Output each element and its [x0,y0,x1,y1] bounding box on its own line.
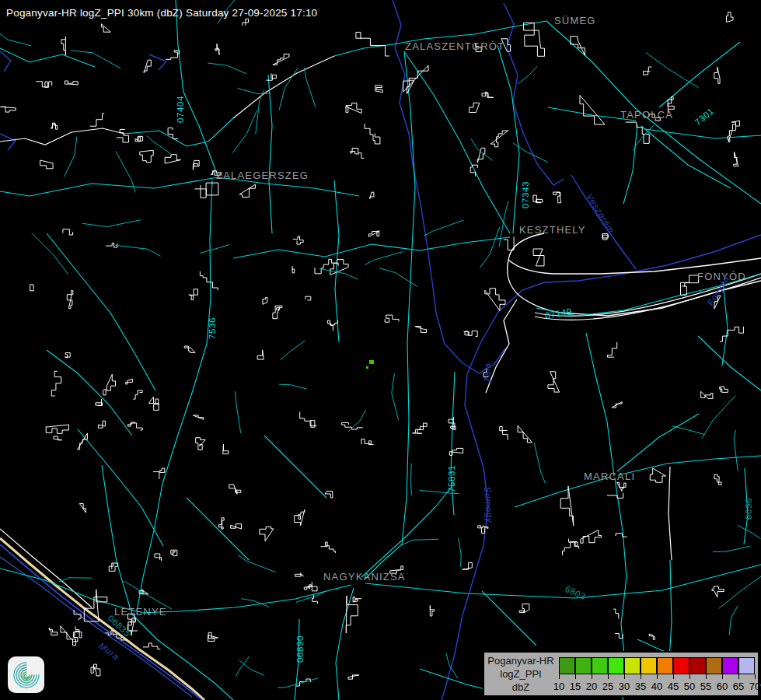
village-outline [714,67,720,83]
village-outline [273,306,282,319]
village-outline [243,19,249,26]
village-outline [30,285,35,291]
minor-road [702,396,735,439]
village-outline [117,129,129,142]
minor-road [738,525,761,538]
village-outline [143,643,161,649]
legend-station-name: Poganyvar-HR [484,654,557,667]
minor-road [518,66,537,84]
village-outline [195,183,218,198]
village-outline [218,518,224,529]
village-outline [727,12,734,22]
village-outline [308,582,317,590]
legend-tick [575,674,576,679]
village-outline [54,436,62,440]
weather-service-logo [8,656,44,693]
village-outline [40,160,54,169]
village-outline [200,271,218,291]
legend-color-cell [641,657,657,674]
radar-echo [369,360,374,364]
water-name-label: Zala [483,362,492,383]
village-outline [650,468,665,482]
village-outline [155,554,162,561]
legend-tick [689,674,690,679]
road-number-label: 6803 [564,584,587,601]
village-outline [365,124,380,144]
minor-road [734,430,738,471]
village-outline [305,296,311,300]
village-outline [109,563,117,571]
village-outline [728,124,736,142]
legend-color-cell [592,657,608,674]
minor-road [459,538,462,567]
village-outline [449,417,456,430]
road-number-label: 07149 [544,306,573,320]
legend-color-cell [706,657,722,674]
village-outline [63,229,73,235]
minor-road [719,576,761,608]
city-label: TAPOLCA [620,109,673,121]
legend-tick [738,674,739,679]
minor-road [672,426,704,435]
village-outline [193,415,203,419]
village-outline [351,149,365,159]
village-outline [168,128,178,138]
village-outline [295,572,304,576]
village-outline [470,103,480,112]
village-outline [292,266,295,273]
village-outline [51,123,58,129]
village-outline [304,585,311,590]
village-outline [430,606,434,616]
legend-tick [641,674,641,679]
minor-road [304,68,315,107]
village-outline [413,423,428,433]
village-outline [581,530,602,544]
minor-road [365,252,403,265]
village-outline [223,444,229,453]
village-outline [500,427,508,440]
village-outline [51,371,61,396]
minor-road [82,220,141,227]
city-label: KESZTHELY [519,224,586,236]
village-outline [239,184,255,197]
minor-road [208,63,246,74]
road-number-label: 07404 [176,96,185,123]
minor-road [392,373,399,420]
village-outline [346,103,361,114]
road-number-label: 6096 [744,498,753,520]
minor-road [200,245,229,254]
village-outline [370,192,374,199]
village-outline [369,231,380,236]
village-outline [548,372,560,392]
village-outline [96,399,103,406]
village-outline [490,131,508,147]
village-outline [90,114,104,126]
map-labels: SÜMEGZALASZENTGRÓTTAPOLCAZALAEGERSZEGKES… [97,15,753,663]
legend-color-cell [722,657,738,674]
map-canvas: SÜMEGZALASZENTGRÓTTAPOLCAZALAEGERSZEGKES… [0,0,761,700]
village-outline [184,346,195,352]
legend-color-cell [608,657,624,674]
legend-tick [592,674,592,679]
village-outline [353,597,361,601]
road-number-label: 06890 [295,635,305,663]
village-outline [519,604,529,613]
city-label: SÜMEG [554,15,596,26]
village-outline [734,152,738,166]
legend-product-name: logZ_PPI [484,667,557,681]
spiral-logo-icon [12,660,41,690]
minor-road [499,201,508,247]
village-outline [79,504,86,513]
minor-road [646,53,699,88]
village-outline [533,195,543,203]
village-outline [644,67,652,75]
village-outline [196,438,206,450]
legend-color-cell [738,657,755,674]
village-outline [464,331,478,337]
village-outline [571,37,585,56]
legend-tick [673,674,674,679]
village-outline [482,92,494,97]
village-outline [103,390,106,395]
minor-road [729,606,738,635]
village-outline [215,44,219,55]
